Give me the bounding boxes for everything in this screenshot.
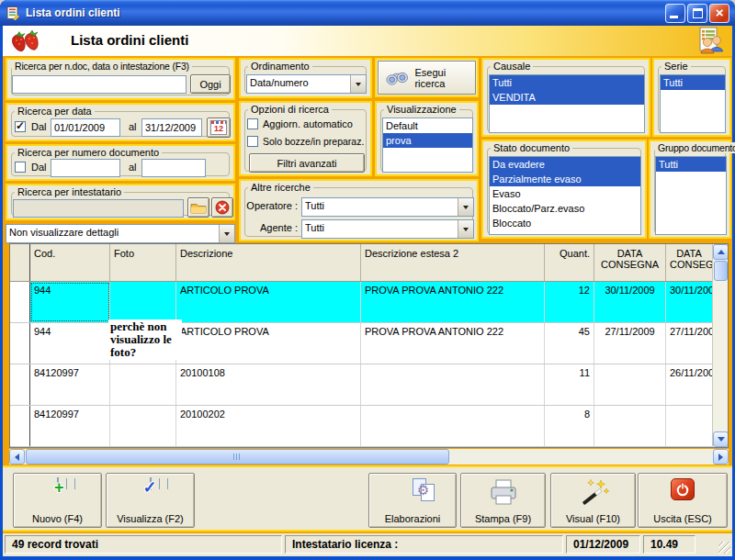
date-range-checkbox[interactable] [15,121,26,132]
number-to-input[interactable] [141,159,206,177]
resize-grip[interactable] [718,542,730,554]
chevron-down-icon [718,437,725,445]
elaborazioni-button[interactable]: ⚙ Elaborazioni [368,473,457,528]
nuovo-button[interactable]: + Nuovo (F4) [13,473,102,528]
grid-header-estesa2[interactable]: Descrizione estesa 2 [361,244,545,281]
number-range-checkbox[interactable] [15,162,26,173]
solo-bozze-checkbox[interactable] [247,136,258,147]
vertical-scroll-thumb[interactable] [714,261,728,281]
visual-label: Visual (F10) [551,513,635,524]
today-button[interactable]: Oggi [190,74,231,94]
panel-search-intestatario: Ricerca per intestatario [6,184,235,220]
panel-search-number-legend: Ricerca per numero documento [15,147,162,158]
list-item[interactable]: Tutti [490,75,644,90]
uscita-button[interactable]: Uscita (ESC) [638,473,728,528]
grid-horizontal-scrollbar[interactable] [9,449,729,465]
visual-button[interactable]: Visual (F10) [550,473,636,528]
time-status: 10.49 [643,535,695,554]
main-content: Ricerca per n.doc, data o intestazione (… [3,56,732,556]
stampa-button[interactable]: Stampa (F9) [460,473,546,528]
details-combobox[interactable]: Non visualizzare dettagli [6,224,235,243]
visualizza-button[interactable]: ✓ Visualizza (F2) [106,473,195,528]
number-from-input[interactable] [51,159,120,177]
table-row[interactable]: 84120997 20100108 11 26/11/2009 [10,364,712,406]
list-item[interactable]: Tutti [656,157,726,172]
chevron-down-icon[interactable] [350,75,366,93]
date-from-input[interactable] [51,118,120,137]
scroll-left-button[interactable] [9,449,25,465]
grid-header-selector [10,244,30,281]
stato-documento-listbox: Da evadere Parzialmente evaso Evaso Bloc… [489,156,641,235]
list-item[interactable]: Tutti [661,75,725,90]
list-item[interactable]: prova [383,133,472,148]
horizontal-scroll-thumb[interactable] [26,449,449,465]
minimize-button[interactable] [665,4,685,23]
details-combobox-value: Non visualizzare dettagli [6,225,219,242]
panel-altre-ricerche: Altre ricerche Operatore : Tutti Agente … [239,179,479,241]
list-item[interactable]: Bloccato [490,216,640,230]
grid-vertical-scrollbar[interactable] [712,244,728,447]
scroll-up-button[interactable] [713,244,729,260]
close-button[interactable]: × [709,4,729,23]
document-with-people-icon[interactable] [692,27,725,54]
list-item[interactable]: VENDITA [490,90,644,105]
list-item[interactable]: Evaso [490,186,640,201]
operatore-combobox[interactable]: Tutti [301,197,474,217]
nuovo-label: Nuovo (F4) [14,513,101,524]
scroll-down-button[interactable] [713,431,729,447]
num-dal-label: Dal [31,162,47,174]
panel-stato-documento-legend: Stato documento [491,142,572,153]
panel-visualizzazione-legend: Visualizzazione [384,104,459,115]
chevron-down-icon[interactable] [458,220,473,238]
esegui-ricerca-label: Esegui ricerca [414,67,475,89]
power-icon [671,478,695,500]
grid-header-quant[interactable]: Quant. [545,244,594,281]
panel-serie: Serie Tutti [652,58,731,137]
num-al-label: al [129,162,137,174]
intestatario-input[interactable] [13,199,184,218]
operatore-label: Operatore : [246,200,298,212]
grid-header-cod[interactable]: Cod. [30,244,110,281]
panel-search-doc: Ricerca per n.doc, data o intestazione (… [6,58,235,100]
panel-gruppo-documento: Gruppo documento Tutti [649,140,731,239]
grid-header-consegna1[interactable]: DATA CONSEGNA [594,244,666,281]
table-row[interactable]: 84120997 20100202 8 [10,406,712,447]
maximize-icon [693,8,703,18]
date-to-input[interactable] [141,118,202,137]
maximize-button[interactable] [687,4,707,23]
browse-intestatario-button[interactable] [187,197,209,218]
table-row[interactable]: 84120997 20100302 5 [10,447,712,448]
header-band: Lista ordini clienti [3,26,732,56]
list-item[interactable]: Parzialmente evaso [490,172,640,186]
title-bar[interactable]: Lista ordini clienti × [0,0,735,26]
visualizza-label: Visualizza (F2) [107,513,194,524]
list-item[interactable]: Default [383,118,472,133]
chevron-down-icon[interactable] [219,225,234,242]
esegui-ricerca-button[interactable]: Esegui ricerca [378,61,476,95]
panel-search-number: Ricerca per numero documento Dal al [6,144,235,181]
agente-combobox[interactable]: Tutti [301,219,474,239]
aggiorn-automatico-checkbox[interactable] [247,118,258,129]
ordinamento-combobox[interactable]: Data/numero [246,74,367,94]
calendar-button[interactable]: 12 [207,118,231,138]
grid-header-consegna2[interactable]: DATA CONSEGNA [666,244,712,281]
panel-search-doc-legend: Ricerca per n.doc, data o intestazione (… [12,61,192,72]
aggiorn-automatico-label: Aggiorn. automatico [263,118,353,130]
scroll-right-button[interactable] [713,449,729,465]
app-icon [6,6,20,20]
list-item[interactable]: Bloccato/Parz.evaso [490,201,640,216]
grid-header-foto[interactable]: Foto [110,244,176,281]
grid-header-descrizione[interactable]: Descrizione [176,244,361,281]
clear-intestatario-button[interactable] [211,197,233,218]
strawberries-logo-icon [8,28,45,53]
search-doc-input[interactable] [12,75,187,94]
filtri-avanzati-button[interactable]: Filtri avanzati [249,153,365,173]
list-item[interactable]: Da evadere [490,157,640,172]
table-check-icon: ✓ [150,478,152,489]
visualizzazione-listbox: Default prova [382,118,473,173]
panel-causale: Causale Tutti VENDITA [481,58,650,137]
grid-header-row: Cod. Foto Descrizione Descrizione estesa… [10,244,712,282]
table-row[interactable]: 944 ARTICOLO PROVA PROVA PROVA ANTONIO 2… [10,282,712,323]
handwritten-annotation: perchè non visualizzo le foto? [108,319,182,360]
chevron-down-icon[interactable] [458,198,473,216]
